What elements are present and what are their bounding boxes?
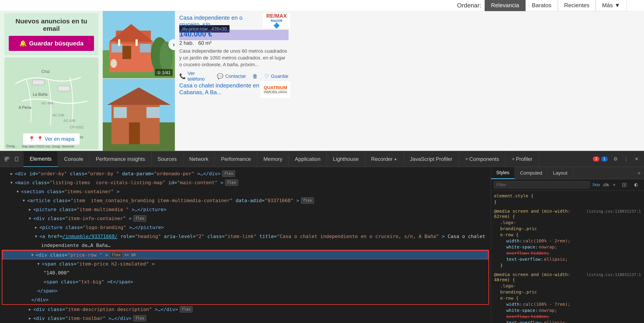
- dom-line-main[interactable]: ▼ <main class="listing-items core-vitals…: [0, 178, 491, 187]
- css-val-width-2: calc(100% - 7rem);: [523, 302, 570, 307]
- dom-line-section[interactable]: ▼ <section class="items-container" >: [0, 187, 491, 196]
- tab-memory[interactable]: Memory: [257, 151, 289, 167]
- more-tabs-icon: »: [638, 170, 640, 176]
- css-prop-ws-1: white-space:: [506, 244, 538, 250]
- svg-rect-37: [15, 157, 18, 161]
- dom-line-itemlink[interactable]: ▼ <a href=/inmueble/93371668/ role="head…: [0, 232, 491, 241]
- sort-relevance-btn[interactable]: Relevancia: [485, 0, 526, 11]
- dom-code-17: <div class="item-toolbar" >…</div>: [33, 315, 132, 322]
- sort-more-btn[interactable]: Más ▼: [596, 0, 626, 11]
- styles-tab-styles[interactable]: Styles: [491, 167, 515, 179]
- css-selector-3c: branding~.pric: [500, 289, 537, 294]
- styles-tab-label: Styles: [496, 170, 509, 176]
- network-tab-label: Network: [189, 156, 208, 162]
- view-on-map-button[interactable]: 📍 📍 Ver en mapa: [23, 133, 80, 145]
- css-val-to-2: ellipsis;: [544, 320, 568, 323]
- expand-triangle-10[interactable]: ▼: [31, 252, 36, 258]
- recorder-tab-label: Recorder: [371, 156, 393, 162]
- more-tools-btn[interactable]: ⋮: [621, 154, 631, 164]
- expand-triangle-5[interactable]: ▶: [29, 207, 33, 212]
- memory-tab-label: Memory: [264, 156, 282, 162]
- dom-line-pricerow[interactable]: ▼ <div class="price-row " > flex == $0: [2, 250, 488, 260]
- tab-components[interactable]: ⚛ Components: [459, 151, 506, 167]
- expand-triangle-6[interactable]: ▼: [29, 216, 33, 221]
- sort-recent-btn[interactable]: Recientes: [558, 0, 596, 11]
- dom-line-itemprice[interactable]: ▼ <span class="item-price h2-simulated" …: [2, 260, 488, 268]
- devtools-panel: Elements Console Performance insights So…: [0, 151, 644, 323]
- dom-line-text1[interactable]: independiente de…A Baña…: [0, 241, 491, 250]
- settings-btn[interactable]: ⚙: [611, 154, 620, 164]
- tab-recorder[interactable]: Recorder ▲: [365, 151, 404, 167]
- dom-panel[interactable]: ▶ <div id="order-by" class="order-by " d…: [0, 167, 491, 323]
- styles-content: element.style { } @media screen and (min…: [491, 190, 644, 323]
- expand-triangle[interactable]: ▶: [10, 171, 15, 176]
- recorder-warning-icon: ▲: [394, 157, 398, 161]
- expand-triangle-2[interactable]: ▼: [10, 180, 15, 185]
- tab-js-profiler[interactable]: JavaScript Profiler: [404, 151, 459, 167]
- dom-line-orderby[interactable]: ▶ <div id="order-by" class="order-by " d…: [0, 169, 491, 178]
- dom-line-toolbar[interactable]: ▶ <div class="item-toolbar" >…</div> fle…: [0, 314, 491, 323]
- tab-network[interactable]: Network: [183, 151, 215, 167]
- save-search-button[interactable]: 🔔 Guardar búsqueda: [9, 36, 94, 51]
- expand-triangle-8[interactable]: ▼: [35, 234, 39, 239]
- css-selector-3b: .logo-: [500, 283, 516, 288]
- styles-filter-input[interactable]: [494, 181, 590, 188]
- tab-elements[interactable]: Elements: [24, 151, 58, 167]
- dom-line-closepan[interactable]: </span>: [2, 286, 488, 295]
- listing-info-2: QUATRIUM INMOBILIARIA Casa o chalet inde…: [175, 79, 293, 151]
- sidebar-ad-box: Nuevos anuncios en tu email 🔔 Guardar bú…: [4, 13, 98, 55]
- toggle-dark-mode-btn[interactable]: [631, 180, 641, 190]
- dom-line-txtbig[interactable]: <span class="txt-big" >€</span>: [2, 277, 488, 286]
- listing-description-1: Casa independiente de unos 60 metros cua…: [179, 48, 288, 68]
- sources-tab-label: Sources: [158, 156, 177, 162]
- filter-cls-btn[interactable]: .cls: [602, 182, 609, 187]
- quatrium-name: QUATRIUM: [264, 85, 287, 90]
- expand-triangle-4[interactable]: ▼: [23, 198, 27, 203]
- filter-hov-btn[interactable]: :hov: [592, 182, 600, 187]
- dom-line-itemdesc[interactable]: ▶ <div class="item-description descripti…: [0, 305, 491, 314]
- filter-add-btn[interactable]: +: [611, 182, 617, 188]
- dom-line-logobranding[interactable]: ▶ <picture class="logo-branding" >…</pic…: [0, 223, 491, 232]
- svg-text:La Baña: La Baña: [33, 92, 48, 96]
- tab-console[interactable]: Console: [58, 151, 90, 167]
- inspect-element-btn[interactable]: [2, 154, 12, 164]
- tab-lighthouse[interactable]: Lighthouse: [327, 151, 365, 167]
- tab-performance[interactable]: Performance: [215, 151, 257, 167]
- device-toolbar-btn[interactable]: [12, 154, 22, 164]
- styles-tab-computed[interactable]: Computed: [515, 167, 548, 179]
- css-prop-width-1: width:: [506, 238, 522, 244]
- expand-triangle-17[interactable]: ▶: [29, 316, 33, 321]
- dom-code-10: <div class="price-row " >: [36, 251, 108, 258]
- new-style-rule-btn[interactable]: [620, 180, 629, 190]
- close-devtools-btn[interactable]: ✕: [632, 154, 642, 164]
- dom-line-article1[interactable]: ▼ <article class="item item_contains_bra…: [0, 196, 491, 205]
- styles-tab-layout[interactable]: Layout: [548, 167, 573, 179]
- expand-triangle-3[interactable]: ▼: [16, 189, 21, 194]
- devtools-body: ▶ <div id="order-by" class="order-by " d…: [0, 167, 644, 323]
- tab-profiler[interactable]: ⚛ Profiler: [506, 151, 539, 167]
- flex-badge-10: flex: [110, 252, 123, 258]
- dom-line-price-text[interactable]: "140.000": [2, 268, 488, 277]
- styles-tab-more[interactable]: »: [634, 167, 644, 179]
- dom-line-infocontainer[interactable]: ▼ <div class="item-info-container" > fle…: [0, 214, 491, 223]
- tab-performance-insights[interactable]: Performance insights: [90, 151, 151, 167]
- expand-triangle-7[interactable]: ▶: [35, 225, 39, 230]
- svg-text:Cruz: Cruz: [42, 69, 50, 74]
- dom-code-16: <div class="item-description description…: [33, 306, 178, 313]
- dom-code-5: <picture class="item-multimedia " >…</pi…: [33, 206, 166, 213]
- expand-triangle-11[interactable]: ▼: [38, 261, 42, 266]
- dom-code-7: <picture class="logo-branding" >…</pictu…: [39, 224, 164, 231]
- sidebar-ad-title: Nuevos anuncios en tu email: [9, 18, 94, 32]
- styles-panel: Styles Computed Layout » :hov .cls +: [491, 167, 644, 323]
- tab-application[interactable]: Application: [289, 151, 327, 167]
- website-topbar: Ordenar: Relevancia Baratos Recientes Má…: [0, 0, 644, 11]
- warning-badge: 1: [601, 156, 608, 162]
- flex-badge-17: flex: [133, 315, 146, 322]
- tab-sources[interactable]: Sources: [152, 151, 183, 167]
- svg-rect-20: [112, 44, 122, 52]
- dom-line-close-pricerow[interactable]: </div>: [2, 295, 488, 304]
- svg-rect-32: [114, 107, 127, 118]
- expand-triangle-16[interactable]: ▶: [29, 307, 33, 312]
- sort-cheap-btn[interactable]: Baratos: [526, 0, 558, 11]
- dom-line-picture1[interactable]: ▶ <picture class="item-multimedia " >…</…: [0, 205, 491, 214]
